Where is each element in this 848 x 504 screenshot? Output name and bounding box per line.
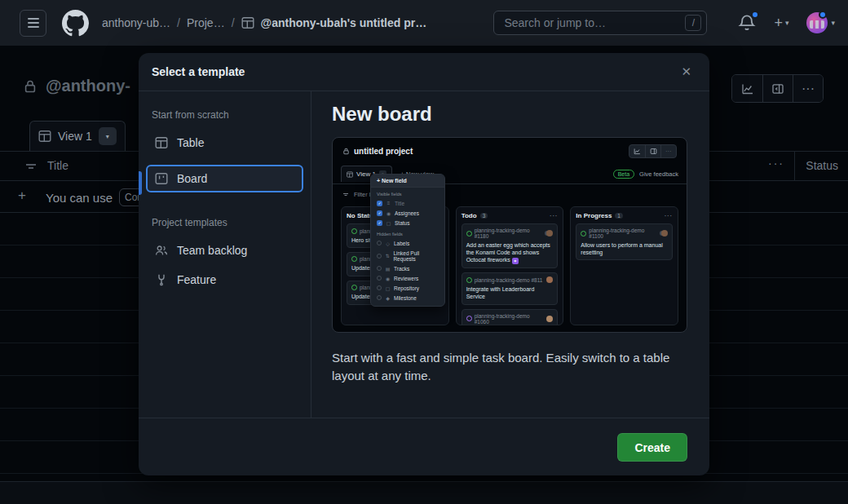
create-button[interactable]: Create: [617, 433, 687, 462]
reviewers-field-icon: ◉: [385, 276, 391, 281]
new-field-item: + New field: [371, 175, 444, 188]
table-view-icon: [38, 130, 51, 143]
column-header-title[interactable]: Title: [47, 159, 68, 172]
side-panel-icon: [771, 82, 784, 95]
unchecked-icon: [377, 295, 382, 300]
dialog-title: Select a template: [152, 65, 245, 78]
milestone-field-icon: ◆: [385, 295, 391, 301]
template-sidebar: Start from scratch Table Board Project t…: [139, 91, 311, 418]
view-tab[interactable]: View 1 ▾: [29, 121, 126, 151]
table-icon: [155, 136, 168, 149]
preview-project-title: untitled project: [354, 147, 413, 156]
breadcrumb-user[interactable]: anthony-ub…: [102, 16, 170, 29]
unchecked-icon: [377, 276, 382, 281]
issue-open-icon: [466, 231, 472, 237]
unchecked-icon: [377, 241, 382, 245]
template-detail: New board untitled project: [311, 91, 709, 418]
people-icon: [155, 244, 168, 257]
global-search[interactable]: /: [493, 11, 707, 35]
status-field-icon: ▢: [386, 220, 391, 226]
user-menu-button[interactable]: ▾: [806, 12, 835, 33]
template-description: Start with a fast and simple task board.…: [332, 349, 687, 385]
kebab-icon: ···: [665, 213, 673, 219]
card-ref: planning-tracking-demo #1060: [475, 313, 545, 325]
avatar: [546, 276, 553, 283]
insights-button[interactable]: [732, 75, 762, 102]
assignees-field-icon: ◉: [386, 210, 391, 216]
unchecked-icon: [377, 285, 382, 290]
search-input[interactable]: [494, 11, 706, 34]
field-item-title: ✓ ≡ Title: [371, 198, 444, 208]
select-template-dialog: Select a template ✕ Start from scratch T…: [139, 53, 709, 475]
field-item-labels: ◇ Labels: [371, 238, 444, 248]
project-kebab-button[interactable]: ···: [793, 75, 823, 102]
dialog-header: Select a template ✕: [139, 53, 709, 91]
breadcrumb-separator: /: [177, 16, 180, 29]
wrench-icon: [155, 273, 168, 286]
notifications-button[interactable]: [738, 14, 756, 32]
top-nav: anthony-ub… / Proje… / @anthony-ubah's u…: [0, 0, 848, 46]
scratch-section-label: Start from scratch: [152, 109, 298, 121]
omnibar-hint-text: You can use: [46, 191, 113, 205]
github-logo-icon[interactable]: [62, 10, 89, 37]
avatar: [546, 316, 553, 322]
template-option-feature[interactable]: Feature: [146, 266, 303, 294]
column-count: 3: [480, 213, 488, 219]
visible-fields-label: Visible fields: [371, 188, 444, 198]
unchecked-icon: [377, 254, 382, 259]
close-icon[interactable]: ✕: [676, 61, 696, 82]
kebab-icon: ···: [550, 213, 558, 219]
field-item-reviewers: ◉ Reviewers: [371, 273, 444, 283]
board-card: planning-tracking-demo #1060 Poly Fiber …: [462, 309, 559, 325]
template-option-label: Feature: [177, 273, 216, 286]
board-column-todo: Todo 3 ··· planning-tracking-demo #1180 …: [456, 206, 564, 325]
filter-lines-icon[interactable]: [24, 161, 38, 174]
project-actions-group: ···: [731, 74, 824, 103]
column-name: Todo: [462, 212, 477, 219]
breadcrumb-projects[interactable]: Proje…: [187, 16, 225, 29]
slash-shortcut-badge: /: [685, 15, 701, 31]
hamburger-menu-button[interactable]: [20, 10, 46, 37]
pull-request-field-icon: ⇅: [385, 253, 390, 259]
board-card: planning-tracking-demo #1100 Allow users…: [576, 223, 673, 260]
template-option-table[interactable]: Table: [146, 129, 303, 157]
line-chart-icon: [629, 145, 645, 157]
issue-open-icon: [351, 256, 357, 262]
card-ref: planning-tracking-demo #1180: [475, 228, 545, 239]
tracks-field-icon: ▤: [385, 266, 391, 272]
create-new-button[interactable]: + ▾: [774, 15, 788, 32]
view-tab-caret-button[interactable]: ▾: [99, 127, 117, 145]
checked-checkbox-icon: ✓: [377, 201, 382, 206]
fireworks-badge-icon: ✦: [512, 258, 519, 264]
breadcrumb: anthony-ub… / Proje… / @anthony-ubah's u…: [102, 16, 426, 29]
field-item-tracks: ▤ Tracks: [371, 263, 444, 273]
column-divider: [794, 152, 795, 180]
issue-open-icon: [466, 277, 472, 283]
avatar: [661, 230, 668, 237]
plus-icon: +: [18, 188, 26, 204]
nav-right-cluster: / + ▾ ▾: [493, 11, 835, 35]
breadcrumb-project-name[interactable]: @anthony-ubah's untitled pr…: [261, 16, 427, 29]
table-view-icon: [347, 171, 353, 178]
column-count: 1: [615, 213, 623, 219]
checked-checkbox-icon: ✓: [377, 210, 382, 216]
selected-item-indicator: [139, 171, 142, 195]
column-header-status[interactable]: Status: [806, 159, 838, 172]
omnibar-hint: You can use Con: [46, 188, 148, 206]
issue-done-icon: [466, 316, 472, 321]
give-feedback-link: Give feedback: [639, 170, 678, 178]
template-heading: New board: [332, 103, 688, 126]
dialog-footer: Create: [139, 418, 709, 475]
side-panel-icon: [645, 145, 660, 157]
kebab-icon: ···: [660, 145, 676, 157]
plus-icon: +: [774, 15, 783, 32]
lock-icon: [342, 148, 350, 155]
template-option-board[interactable]: Board: [146, 165, 303, 192]
side-panel-button[interactable]: [762, 75, 793, 102]
page-footer-band: [0, 481, 848, 504]
template-option-team-backlog[interactable]: Team backlog: [146, 237, 303, 264]
template-option-label: Team backlog: [177, 244, 247, 257]
filter-lines-icon: [342, 192, 349, 198]
card-ref: planning-tracking-demo #1100: [589, 228, 659, 239]
columns-kebab-button[interactable]: ···: [768, 157, 784, 170]
